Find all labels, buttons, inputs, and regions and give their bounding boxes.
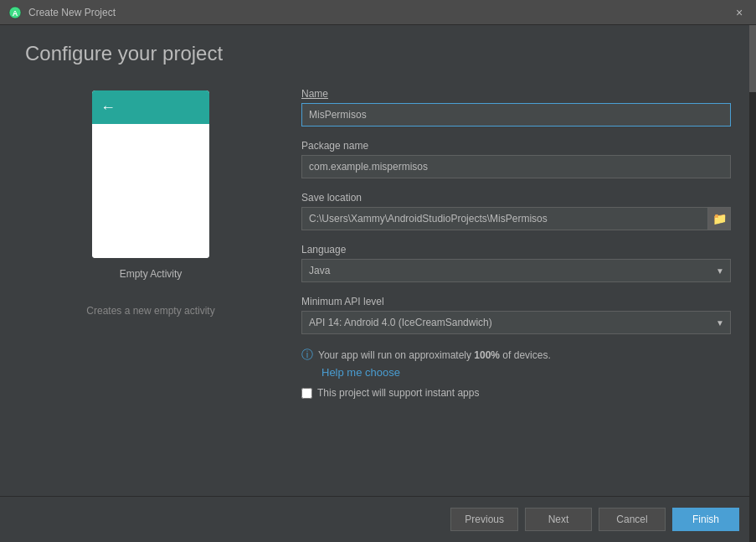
- api-info-text: Your app will run on approximately 100% …: [318, 349, 551, 361]
- save-location-label: Save location: [301, 192, 731, 204]
- min-api-select-wrapper: API 14: Android 4.0 (IceCreamSandwich) A…: [301, 311, 731, 334]
- phone-body: [92, 124, 209, 258]
- instant-apps-label: This project will support instant apps: [317, 387, 479, 399]
- save-location-wrapper: 📁: [301, 207, 731, 230]
- app-icon: A: [8, 6, 22, 19]
- info-icon: ⓘ: [301, 348, 313, 363]
- api-percentage: 100%: [474, 349, 500, 361]
- min-api-select[interactable]: API 14: Android 4.0 (IceCreamSandwich) A…: [301, 311, 731, 334]
- instant-apps-checkbox[interactable]: [301, 388, 312, 399]
- preview-description: Creates a new empty activity: [86, 305, 214, 317]
- language-select[interactable]: Java Kotlin: [301, 259, 731, 282]
- instant-apps-row: This project will support instant apps: [301, 387, 731, 399]
- name-field-group: Name: [301, 88, 731, 126]
- page-title: Configure your project: [25, 42, 276, 65]
- content-area: Configure your project ← Empty Activity …: [0, 25, 756, 496]
- name-input[interactable]: [301, 103, 731, 126]
- scroll-thumb[interactable]: [749, 25, 756, 92]
- api-info-row: ⓘ Your app will run on approximately 100…: [301, 348, 731, 363]
- cancel-button[interactable]: Cancel: [599, 508, 666, 531]
- min-api-label: Minimum API level: [301, 296, 731, 307]
- close-button[interactable]: ×: [731, 4, 748, 21]
- dialog-body: Configure your project ← Empty Activity …: [0, 25, 756, 542]
- back-arrow-icon: ←: [100, 99, 116, 116]
- help-me-choose-link[interactable]: Help me choose: [321, 366, 400, 379]
- package-label: Package name: [301, 140, 731, 152]
- phone-header: ←: [92, 90, 209, 124]
- language-label: Language: [301, 244, 731, 256]
- preview-label: Empty Activity: [120, 268, 183, 280]
- name-label: Name: [301, 88, 731, 100]
- package-name-input[interactable]: [301, 155, 731, 178]
- title-bar: A Create New Project ×: [0, 0, 756, 25]
- previous-button[interactable]: Previous: [450, 508, 518, 531]
- folder-icon: 📁: [712, 212, 727, 225]
- right-panel: Name Package name Save location: [293, 42, 731, 479]
- language-field-group: Language Java Kotlin ▼: [301, 244, 731, 282]
- language-select-wrapper: Java Kotlin ▼: [301, 259, 731, 282]
- save-location-input[interactable]: [301, 207, 707, 230]
- preview-container: ← Empty Activity Creates a new empty act…: [25, 90, 276, 317]
- scrollbar[interactable]: [749, 25, 756, 542]
- save-location-field-group: Save location 📁: [301, 192, 731, 230]
- svg-text:A: A: [13, 9, 18, 18]
- phone-preview: ←: [92, 90, 209, 258]
- bottom-bar: Previous Next Cancel Finish: [0, 496, 756, 542]
- left-panel: Configure your project ← Empty Activity …: [25, 42, 293, 479]
- package-name-field-group: Package name: [301, 140, 731, 178]
- finish-button[interactable]: Finish: [672, 508, 739, 531]
- title-bar-label: Create New Project: [28, 7, 731, 18]
- min-api-field-group: Minimum API level API 14: Android 4.0 (I…: [301, 296, 731, 334]
- next-button[interactable]: Next: [525, 508, 592, 531]
- browse-folder-button[interactable]: 📁: [707, 207, 731, 230]
